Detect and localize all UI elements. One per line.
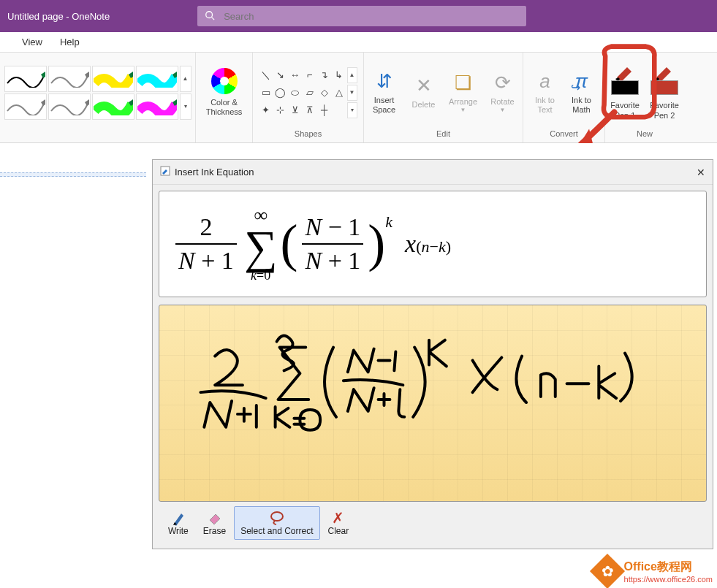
pen-swatch[interactable]: [48, 66, 91, 92]
menu-view[interactable]: View: [13, 32, 51, 52]
label: Delete: [412, 100, 436, 110]
pen-swatch[interactable]: [136, 93, 178, 120]
delete-button: ✕ Delete: [405, 61, 443, 124]
ink-to-math-icon: π ↪: [575, 70, 588, 93]
shapes-more[interactable]: ▾: [347, 102, 357, 118]
label: Favorite Pen 2: [650, 101, 679, 120]
pen-swatch[interactable]: [136, 66, 178, 92]
label: Insert Space: [373, 96, 395, 115]
erase-tool-button[interactable]: Erase: [197, 506, 232, 540]
shape-axes4[interactable]: ⊼: [303, 102, 316, 118]
watermark-url: https://www.office26.com: [624, 575, 713, 584]
label: Write: [168, 526, 189, 536]
svg-line-1: [212, 17, 215, 20]
select-correct-tool-button[interactable]: Select and Correct: [234, 506, 319, 540]
label: Erase: [203, 526, 226, 536]
ink-window-titlebar: Insert Ink Equation ✕: [153, 160, 713, 185]
pen-swatch[interactable]: [4, 93, 47, 120]
shape-double-arrow[interactable]: ↔: [289, 67, 302, 83]
shape-line[interactable]: ＼: [259, 67, 273, 83]
shape-axes2[interactable]: ⊹: [274, 102, 287, 118]
search-box[interactable]: [197, 6, 526, 26]
search-input[interactable]: [222, 10, 519, 23]
swatch: [611, 80, 639, 95]
watermark-badge: ✿: [589, 554, 624, 588]
search-icon: [205, 10, 215, 23]
watermark: ✿ Office教程网 https://www.office26.com: [595, 559, 713, 584]
shape-triangle[interactable]: △: [333, 85, 346, 101]
shape-rect[interactable]: ▭: [259, 85, 273, 101]
palette-icon: [211, 68, 238, 94]
clear-icon: ✗: [332, 510, 344, 526]
label: Select and Correct: [240, 526, 313, 536]
color-thickness-button[interactable]: Color & Thickness: [206, 98, 243, 117]
pen-icon: [614, 64, 636, 80]
ink-writing-area[interactable]: [159, 305, 707, 502]
label: Arrange: [449, 97, 477, 107]
pen-swatch[interactable]: [48, 93, 91, 120]
pen-icon: [172, 510, 185, 526]
shape-plus[interactable]: ┼: [318, 102, 331, 118]
pen-swatch[interactable]: [92, 93, 134, 120]
svg-point-3: [271, 512, 283, 521]
shape-elbow[interactable]: ⌐: [303, 67, 316, 83]
gallery-more[interactable]: ▾: [180, 93, 191, 120]
rotate-icon: ⟳: [495, 72, 511, 94]
shape-axes3[interactable]: ⊻: [289, 102, 302, 118]
ribbon: ▲ ▾ Color & Thickness ＼ ↘ ↔: [0, 53, 717, 143]
favorite-pen-1-button[interactable]: Favorite Pen 1: [607, 61, 643, 124]
arrange-icon: ❏: [455, 72, 471, 94]
lasso-icon: [269, 510, 285, 526]
shape-axes[interactable]: ✦: [259, 102, 273, 118]
rotate-button: ⟳ Rotate ▼: [484, 61, 522, 124]
shapes-gallery[interactable]: ＼ ↘ ↔ ⌐ ↴ ↳ ▲ ▭ ◯ ⬭ ▱ ◇ △ ▼ ✦ ⊹ ⊻ ⊼ ┼ ▾: [259, 67, 357, 118]
favorites-group: Favorite Pen 1 Favorite Pen 2 New: [605, 53, 684, 142]
menu-help[interactable]: Help: [51, 32, 88, 52]
shapes-group: ＼ ↘ ↔ ⌐ ↴ ↳ ▲ ▭ ◯ ⬭ ▱ ◇ △ ▼ ✦ ⊹ ⊻ ⊼ ┼ ▾: [253, 53, 364, 142]
color-thickness-group: Color & Thickness: [196, 53, 253, 142]
favorites-label: New: [637, 129, 653, 141]
ink-to-text-button: a Ink to Text: [528, 61, 563, 124]
pen-swatch[interactable]: [92, 66, 134, 92]
shapes-label: Shapes: [295, 129, 322, 141]
clear-tool-button[interactable]: ✗ Clear: [322, 506, 356, 540]
window-title: Untitled page - OneNote: [7, 11, 197, 22]
write-tool-button[interactable]: Write: [162, 506, 195, 540]
shape-empty: [333, 102, 346, 118]
label: Color &: [210, 98, 238, 107]
insert-space-icon: ⇵: [376, 70, 392, 93]
shapes-down[interactable]: ▼: [347, 85, 357, 101]
shape-ellipse[interactable]: ◯: [274, 85, 287, 101]
convert-label: Convert: [550, 129, 578, 141]
svg-point-0: [206, 11, 213, 18]
insert-ink-equation-window: Insert Ink Equation ✕ 2 N + 1 ∞ ∑ k=0 ( …: [152, 159, 713, 549]
ink-window-title: Insert Ink Equation: [175, 167, 254, 177]
shape-arrow[interactable]: ↘: [274, 67, 287, 83]
shape-elbow-arrow[interactable]: ↴: [318, 67, 331, 83]
shape-parallelogram[interactable]: ▱: [303, 85, 316, 101]
close-button[interactable]: ✕: [697, 167, 705, 178]
chevron-down-icon: ▼: [460, 107, 466, 113]
ink-to-math-button[interactable]: π ↪ Ink to Math: [563, 61, 601, 124]
ink-tools: Write Erase Select and Correct ✗ Clear: [159, 502, 707, 543]
gallery-up[interactable]: ▲: [180, 66, 191, 92]
chevron-down-icon: ▼: [500, 107, 506, 113]
ink-edit-icon: [160, 166, 170, 178]
favorite-pen-2-button[interactable]: Favorite Pen 2: [646, 61, 683, 124]
shape-ellipse2[interactable]: ⬭: [289, 85, 302, 101]
shape-elbow-double[interactable]: ↳: [333, 67, 346, 83]
edit-label: Edit: [436, 129, 450, 141]
swatch: [650, 80, 678, 95]
arrange-button: ❏ Arrange ▼: [444, 61, 482, 124]
insert-space-button[interactable]: ⇵ Insert Space: [365, 61, 403, 124]
canvas-selection: [0, 172, 146, 177]
shapes-up[interactable]: ▲: [347, 67, 357, 83]
shape-diamond[interactable]: ◇: [318, 85, 331, 101]
edit-group: ⇵ Insert Space ✕ Delete ❏ Arrange ▼ ⟳ Ro…: [364, 53, 523, 142]
convert-group: a Ink to Text π ↪ Ink to Math Convert: [523, 53, 605, 142]
label: Clear: [328, 526, 349, 536]
label: Thickness: [206, 107, 243, 116]
pen-icon: [653, 64, 675, 80]
pen-swatch[interactable]: [4, 66, 47, 92]
menu-bar: View Help: [0, 32, 717, 53]
